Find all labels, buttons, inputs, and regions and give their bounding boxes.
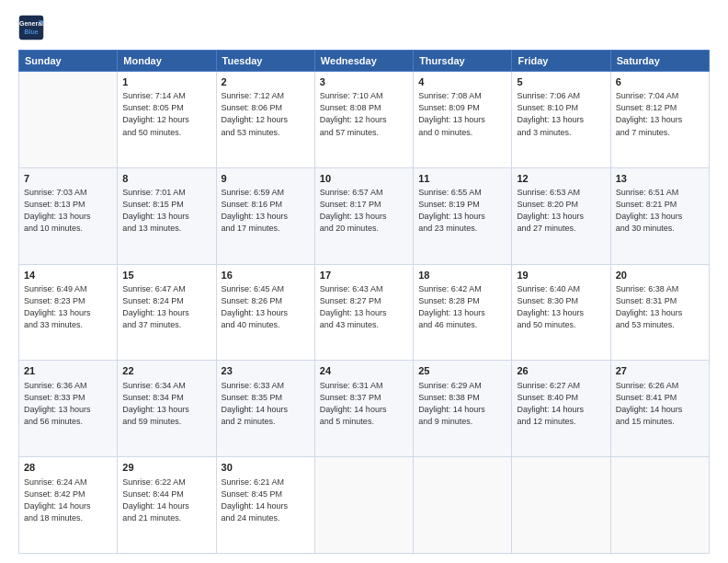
logo-icon: General Blue [18, 15, 44, 40]
weekday-header-monday: Monday [118, 51, 216, 72]
day-number: 8 [122, 172, 210, 186]
cell-content: Sunrise: 6:29 AMSunset: 8:38 PMDaylight:… [418, 380, 506, 428]
cell-content: Sunrise: 6:45 AMSunset: 8:26 PMDaylight:… [222, 283, 310, 331]
week-row-2: 7Sunrise: 7:03 AMSunset: 8:13 PMDaylight… [19, 167, 710, 264]
calendar-cell: 29Sunrise: 6:22 AMSunset: 8:44 PMDayligh… [118, 457, 216, 554]
day-number: 16 [222, 269, 310, 282]
calendar-cell [19, 72, 118, 168]
cell-content: Sunrise: 6:36 AMSunset: 8:33 PMDaylight:… [24, 380, 112, 428]
day-number: 7 [24, 172, 112, 186]
calendar-cell: 3Sunrise: 7:10 AMSunset: 8:08 PMDaylight… [314, 72, 413, 168]
cell-content: Sunrise: 6:53 AMSunset: 8:20 PMDaylight:… [517, 187, 605, 235]
calendar-cell [610, 457, 709, 554]
cell-content: Sunrise: 6:33 AMSunset: 8:35 PMDaylight:… [222, 380, 310, 428]
day-number: 12 [517, 172, 605, 186]
cell-content: Sunrise: 6:22 AMSunset: 8:44 PMDaylight:… [122, 477, 210, 524]
calendar-cell: 23Sunrise: 6:33 AMSunset: 8:35 PMDayligh… [216, 361, 314, 457]
cell-content: Sunrise: 7:08 AMSunset: 8:09 PMDaylight:… [418, 90, 506, 138]
week-row-3: 14Sunrise: 6:49 AMSunset: 8:23 PMDayligh… [19, 264, 710, 361]
cell-content: Sunrise: 6:43 AMSunset: 8:27 PMDaylight:… [320, 283, 408, 331]
week-row-1: 1Sunrise: 7:14 AMSunset: 8:05 PMDaylight… [19, 72, 710, 168]
cell-content: Sunrise: 6:21 AMSunset: 8:45 PMDaylight:… [222, 477, 310, 524]
calendar-cell: 21Sunrise: 6:36 AMSunset: 8:33 PMDayligh… [19, 361, 118, 457]
cell-content: Sunrise: 7:03 AMSunset: 8:13 PMDaylight:… [24, 187, 112, 235]
calendar-cell: 11Sunrise: 6:55 AMSunset: 8:19 PMDayligh… [414, 167, 512, 264]
calendar-cell: 2Sunrise: 7:12 AMSunset: 8:06 PMDaylight… [216, 72, 314, 168]
cell-content: Sunrise: 7:14 AMSunset: 8:05 PMDaylight:… [122, 90, 210, 138]
day-number: 14 [24, 269, 112, 282]
day-number: 17 [320, 269, 408, 282]
cell-content: Sunrise: 7:06 AMSunset: 8:10 PMDaylight:… [517, 90, 605, 138]
calendar-cell: 26Sunrise: 6:27 AMSunset: 8:40 PMDayligh… [512, 361, 610, 457]
calendar-page: General Blue SundayMondayTuesdayWednesda… [0, 0, 728, 563]
day-number: 29 [122, 461, 210, 475]
cell-content: Sunrise: 6:55 AMSunset: 8:19 PMDaylight:… [418, 187, 506, 235]
calendar-cell: 27Sunrise: 6:26 AMSunset: 8:41 PMDayligh… [610, 361, 709, 457]
calendar-cell: 5Sunrise: 7:06 AMSunset: 8:10 PMDaylight… [512, 72, 610, 168]
weekday-header-friday: Friday [512, 51, 610, 72]
day-number: 3 [320, 75, 408, 89]
day-number: 21 [24, 364, 112, 378]
calendar-cell: 22Sunrise: 6:34 AMSunset: 8:34 PMDayligh… [118, 361, 216, 457]
calendar-cell: 13Sunrise: 6:51 AMSunset: 8:21 PMDayligh… [610, 167, 709, 264]
header: General Blue [18, 15, 710, 40]
day-number: 5 [517, 75, 605, 89]
cell-content: Sunrise: 6:40 AMSunset: 8:30 PMDaylight:… [517, 283, 605, 331]
weekday-header-saturday: Saturday [610, 51, 709, 72]
day-number: 4 [418, 75, 506, 89]
cell-content: Sunrise: 7:01 AMSunset: 8:15 PMDaylight:… [122, 187, 210, 235]
day-number: 18 [418, 269, 506, 282]
day-number: 6 [616, 75, 704, 89]
day-number: 22 [122, 364, 210, 378]
svg-text:Blue: Blue [24, 29, 38, 35]
calendar-table: SundayMondayTuesdayWednesdayThursdayFrid… [18, 50, 710, 554]
day-number: 30 [222, 461, 310, 475]
day-number: 25 [418, 364, 506, 378]
calendar-cell: 19Sunrise: 6:40 AMSunset: 8:30 PMDayligh… [512, 264, 610, 361]
cell-content: Sunrise: 6:59 AMSunset: 8:16 PMDaylight:… [222, 187, 310, 235]
calendar-cell: 8Sunrise: 7:01 AMSunset: 8:15 PMDaylight… [118, 167, 216, 264]
calendar-cell: 20Sunrise: 6:38 AMSunset: 8:31 PMDayligh… [610, 264, 709, 361]
day-number: 19 [517, 269, 605, 282]
day-number: 27 [616, 364, 704, 378]
cell-content: Sunrise: 6:38 AMSunset: 8:31 PMDaylight:… [616, 283, 704, 331]
calendar-cell: 18Sunrise: 6:42 AMSunset: 8:28 PMDayligh… [414, 264, 512, 361]
day-number: 20 [616, 269, 704, 282]
day-number: 26 [517, 364, 605, 378]
day-number: 11 [418, 172, 506, 186]
day-number: 10 [320, 172, 408, 186]
day-number: 1 [122, 75, 210, 89]
calendar-cell: 12Sunrise: 6:53 AMSunset: 8:20 PMDayligh… [512, 167, 610, 264]
calendar-cell [314, 457, 413, 554]
weekday-header-sunday: Sunday [19, 51, 118, 72]
calendar-cell: 25Sunrise: 6:29 AMSunset: 8:38 PMDayligh… [414, 361, 512, 457]
cell-content: Sunrise: 6:42 AMSunset: 8:28 PMDaylight:… [418, 283, 506, 331]
calendar-cell [414, 457, 512, 554]
calendar-cell: 17Sunrise: 6:43 AMSunset: 8:27 PMDayligh… [314, 264, 413, 361]
cell-content: Sunrise: 6:57 AMSunset: 8:17 PMDaylight:… [320, 187, 408, 235]
cell-content: Sunrise: 6:47 AMSunset: 8:24 PMDaylight:… [122, 283, 210, 331]
weekday-header-tuesday: Tuesday [216, 51, 314, 72]
cell-content: Sunrise: 6:27 AMSunset: 8:40 PMDaylight:… [517, 380, 605, 428]
calendar-cell: 28Sunrise: 6:24 AMSunset: 8:42 PMDayligh… [19, 457, 118, 554]
day-number: 23 [222, 364, 310, 378]
calendar-cell [512, 457, 610, 554]
week-row-5: 28Sunrise: 6:24 AMSunset: 8:42 PMDayligh… [19, 457, 710, 554]
day-number: 28 [24, 461, 112, 475]
week-row-4: 21Sunrise: 6:36 AMSunset: 8:33 PMDayligh… [19, 361, 710, 457]
weekday-header-thursday: Thursday [414, 51, 512, 72]
cell-content: Sunrise: 6:24 AMSunset: 8:42 PMDaylight:… [24, 477, 112, 524]
calendar-cell: 4Sunrise: 7:08 AMSunset: 8:09 PMDaylight… [414, 72, 512, 168]
calendar-cell: 15Sunrise: 6:47 AMSunset: 8:24 PMDayligh… [118, 264, 216, 361]
day-number: 13 [616, 172, 704, 186]
day-number: 2 [222, 75, 310, 89]
cell-content: Sunrise: 7:04 AMSunset: 8:12 PMDaylight:… [616, 90, 704, 138]
cell-content: Sunrise: 6:31 AMSunset: 8:37 PMDaylight:… [320, 380, 408, 428]
cell-content: Sunrise: 7:12 AMSunset: 8:06 PMDaylight:… [222, 90, 310, 138]
cell-content: Sunrise: 6:51 AMSunset: 8:21 PMDaylight:… [616, 187, 704, 235]
calendar-cell: 7Sunrise: 7:03 AMSunset: 8:13 PMDaylight… [19, 167, 118, 264]
calendar-cell: 6Sunrise: 7:04 AMSunset: 8:12 PMDaylight… [610, 72, 709, 168]
cell-content: Sunrise: 6:34 AMSunset: 8:34 PMDaylight:… [122, 380, 210, 428]
calendar-cell: 10Sunrise: 6:57 AMSunset: 8:17 PMDayligh… [314, 167, 413, 264]
cell-content: Sunrise: 6:49 AMSunset: 8:23 PMDaylight:… [24, 283, 112, 331]
